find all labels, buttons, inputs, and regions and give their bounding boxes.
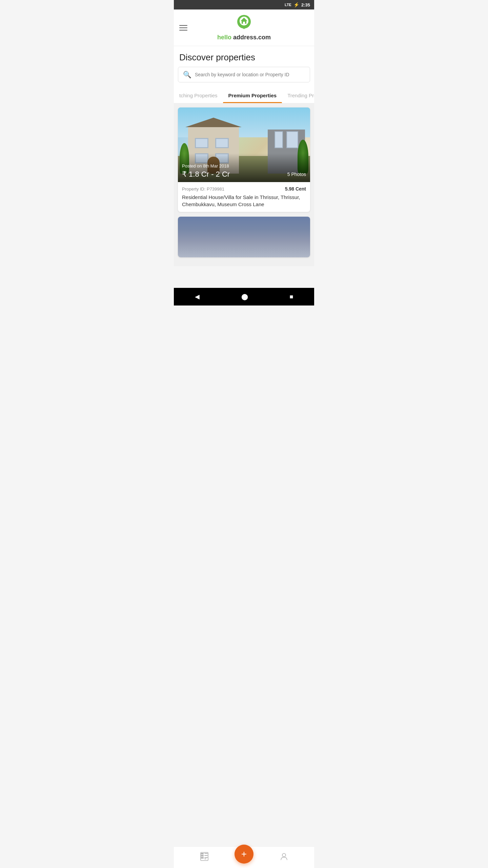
android-nav-bar: ◀ ⬤ ■ [174,288,314,305]
tab-trending[interactable]: Trending Propert… [282,88,314,103]
lte-icon: LTE [285,3,291,7]
property-title: Residential House/Villa for Sale in Thri… [182,194,306,208]
search-icon: 🔍 [183,71,191,79]
logo: hello address.com [217,14,271,41]
tab-premium[interactable]: Premium Properties [223,88,282,103]
search-input[interactable] [195,72,305,77]
battery-icon: ⚡ [293,2,299,7]
photos-count: 5 Photos [287,172,306,177]
property-photo-2 [178,217,310,257]
property-overlay: Posted on 8th Mar 2018 ₹ 1.8 Cr - 2 Cr 5… [178,153,310,182]
property-id: Property ID: P739981 [182,186,224,192]
time-display: 2:35 [301,2,310,7]
property-image: Posted on 8th Mar 2018 ₹ 1.8 Cr - 2 Cr 5… [178,107,310,182]
app-header: hello address.com [174,9,314,46]
property-card[interactable]: Posted on 8th Mar 2018 ₹ 1.8 Cr - 2 Cr 5… [178,107,310,212]
properties-list: Posted on 8th Mar 2018 ₹ 1.8 Cr - 2 Cr 5… [174,103,314,266]
menu-button[interactable] [179,25,187,31]
search-bar[interactable]: 🔍 [178,67,310,82]
main-content: Discover properties 🔍 tching Properties … [174,46,314,103]
svg-rect-3 [243,22,245,24]
posted-date: Posted on 8th Mar 2018 [182,163,306,169]
property-tabs: tching Properties Premium Properties Tre… [174,88,314,103]
status-bar: LTE ⚡ 2:35 [174,0,314,9]
property-size: 5.98 Cent [285,186,306,192]
property-details: Property ID: P739981 5.98 Cent Residenti… [178,182,310,212]
property-price: ₹ 1.8 Cr - 2 Cr [182,170,230,179]
logo-text: hello address.com [217,34,271,41]
home-button[interactable]: ⬤ [241,293,248,300]
back-button[interactable]: ◀ [195,293,200,300]
page-title: Discover properties [174,46,314,67]
logo-icon [236,14,252,33]
tab-matching[interactable]: tching Properties [174,88,223,103]
recents-button[interactable]: ■ [290,293,293,300]
property-card-2[interactable] [178,217,310,257]
